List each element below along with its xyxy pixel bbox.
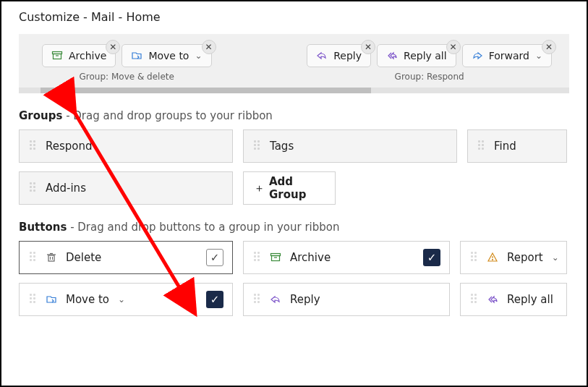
group-tile-respond[interactable]: Respond bbox=[19, 129, 233, 163]
close-icon[interactable]: ✕ bbox=[361, 40, 375, 54]
ribbon-btn-label: Forward bbox=[489, 50, 529, 61]
groups-section-title: Groups bbox=[19, 109, 62, 122]
button-tile-archive[interactable]: Archive ✓ bbox=[243, 241, 450, 274]
buttons-section-header: Buttons - Drag and drop buttons to a gro… bbox=[19, 221, 569, 234]
ribbon-group-respond: Reply ✕ Reply all ✕ Forward ⌄ ✕ Gro bbox=[307, 44, 552, 82]
ribbon-group-caption: Group: Move & delete bbox=[80, 72, 174, 82]
close-icon[interactable]: ✕ bbox=[542, 40, 556, 54]
groups-section-header: Groups - Drag and drop groups to your ri… bbox=[19, 109, 569, 122]
svg-rect-3 bbox=[48, 255, 54, 261]
button-tile-reply[interactable]: Reply bbox=[243, 283, 450, 316]
grip-icon bbox=[254, 294, 261, 305]
grip-icon bbox=[254, 252, 261, 263]
group-tile-tags[interactable]: Tags bbox=[243, 129, 457, 163]
button-tile-label: Reply bbox=[290, 293, 320, 306]
buttons-section-title: Buttons bbox=[19, 221, 67, 234]
button-tile-move-to[interactable]: Move to ⌄ ✓ bbox=[19, 283, 233, 316]
ribbon-group-caption: Group: Respond bbox=[395, 72, 464, 82]
chevron-down-icon: ⌄ bbox=[195, 51, 202, 61]
groups-section-subtitle: - Drag and drop groups to your ribbon bbox=[62, 109, 273, 122]
grip-icon bbox=[254, 140, 261, 152]
ribbon-btn-label: Reply bbox=[333, 50, 362, 61]
grip-icon bbox=[471, 252, 478, 263]
plus-icon: ＋ bbox=[254, 182, 265, 195]
button-tile-report[interactable]: Report ⌄ bbox=[460, 241, 567, 274]
report-icon bbox=[487, 252, 498, 263]
button-tile-label: Archive bbox=[290, 251, 331, 264]
button-tile-reply-all[interactable]: Reply all bbox=[460, 283, 567, 316]
reply-icon bbox=[270, 294, 281, 305]
grip-icon bbox=[30, 140, 37, 152]
page-title: Customize - Mail - Home bbox=[1, 1, 587, 34]
ribbon-btn-label: Reply all bbox=[404, 50, 447, 61]
grip-icon bbox=[30, 182, 37, 194]
button-tile-label: Delete bbox=[66, 251, 101, 264]
chevron-down-icon: ⌄ bbox=[552, 252, 559, 263]
ribbon-btn-reply-all[interactable]: Reply all bbox=[377, 44, 456, 67]
button-tile-label: Reply all bbox=[507, 293, 553, 306]
group-tile-label: Respond bbox=[46, 140, 93, 153]
close-icon[interactable]: ✕ bbox=[202, 40, 216, 54]
forward-icon bbox=[472, 50, 483, 61]
svg-rect-9 bbox=[272, 256, 280, 261]
move-icon bbox=[131, 50, 142, 61]
group-tile-addins[interactable]: Add-ins bbox=[19, 171, 233, 205]
add-group-label: Add Group bbox=[269, 175, 325, 201]
replyall-icon bbox=[386, 50, 398, 61]
ribbon-btn-move-to[interactable]: Move to ⌄ bbox=[122, 44, 211, 67]
close-icon[interactable]: ✕ bbox=[106, 40, 120, 54]
svg-rect-1 bbox=[54, 54, 61, 59]
button-tile-delete[interactable]: Delete ✓ bbox=[19, 241, 233, 274]
chevron-down-icon: ⌄ bbox=[535, 51, 542, 61]
ribbon-group-move-delete: Archive ✕ Move to ⌄ ✕ Group: Move & dele… bbox=[42, 44, 212, 82]
button-tile-label: Report bbox=[507, 251, 543, 264]
buttons-section-subtitle: - Drag and drop buttons to a group in yo… bbox=[67, 221, 339, 234]
check-on-icon[interactable]: ✓ bbox=[423, 249, 440, 266]
check-on-icon[interactable]: ✓ bbox=[206, 291, 223, 308]
replyall-icon bbox=[487, 294, 498, 305]
ribbon-btn-label: Move to bbox=[148, 50, 189, 61]
reply-icon bbox=[316, 50, 328, 61]
ribbon-btn-archive[interactable]: Archive bbox=[42, 44, 116, 67]
button-tile-label: Move to bbox=[66, 293, 109, 306]
grip-icon bbox=[478, 140, 485, 152]
archive-icon bbox=[51, 50, 63, 61]
move-icon bbox=[46, 294, 57, 305]
grip-icon bbox=[30, 252, 37, 263]
add-group-button[interactable]: ＋ Add Group bbox=[243, 171, 336, 205]
scrollbar-thumb[interactable] bbox=[41, 88, 371, 93]
grip-icon bbox=[471, 294, 478, 305]
ribbon-btn-forward[interactable]: Forward ⌄ bbox=[462, 44, 552, 67]
ribbon-btn-label: Archive bbox=[69, 50, 106, 61]
delete-icon bbox=[46, 252, 57, 263]
close-icon[interactable]: ✕ bbox=[446, 40, 461, 54]
chevron-down-icon: ⌄ bbox=[118, 294, 125, 305]
archive-icon bbox=[270, 252, 281, 263]
ribbon-scrollbar[interactable] bbox=[19, 88, 569, 93]
ribbon-preview: Archive ✕ Move to ⌄ ✕ Group: Move & dele… bbox=[19, 34, 569, 88]
group-tile-find[interactable]: Find bbox=[467, 129, 567, 163]
group-tile-label: Add-ins bbox=[46, 182, 86, 195]
group-tile-label: Find bbox=[494, 140, 516, 153]
svg-point-12 bbox=[492, 259, 493, 260]
grip-icon bbox=[30, 294, 37, 305]
group-tile-label: Tags bbox=[270, 140, 294, 153]
check-off-icon[interactable]: ✓ bbox=[206, 249, 223, 266]
